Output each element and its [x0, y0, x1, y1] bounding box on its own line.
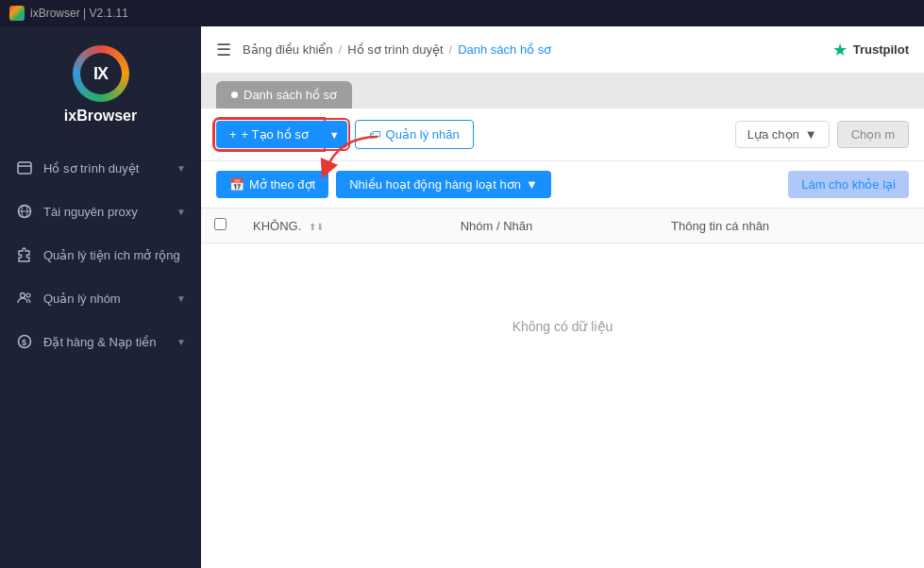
- data-table: KHÔNG. ⬆⬇ Nhóm / Nhãn Thông tin cá nhân: [201, 209, 924, 243]
- create-btn-group: + + Tạo hồ sơ ▼: [216, 121, 347, 148]
- action-bar-2: 📅 Mở theo đợt Nhiều hoạt động hàng loạt …: [201, 161, 924, 209]
- mo-theo-dot-button[interactable]: 📅 Mở theo đợt: [216, 171, 328, 198]
- sidebar-item-label-dat-hang: Đặt hàng & Nạp tiền: [43, 335, 156, 349]
- lam-cho-khoe-button[interactable]: Làm cho khỏe lại: [788, 171, 909, 198]
- sidebar-item-label-nhom: Quản lý nhóm: [43, 292, 121, 306]
- filter-select[interactable]: Lựa chọn ▼: [735, 121, 830, 148]
- content-area: Danh sách hồ sơ + + Tạo hồ sơ ▼: [201, 74, 924, 568]
- breadcrumb-sep-2: /: [449, 42, 453, 57]
- chevron-down-icon-2: ▼: [176, 207, 186, 217]
- manage-label-text: Quản lý nhãn: [386, 127, 460, 142]
- svg-text:$: $: [22, 338, 26, 347]
- tab-dot: [231, 92, 238, 98]
- no-data-message: Không có dữ liệu: [201, 243, 924, 409]
- sidebar-item-ho-so[interactable]: Hồ sơ trình duyệt ▼: [0, 146, 201, 190]
- sort-icon[interactable]: ⬆⬇: [309, 222, 324, 232]
- dropdown-chevron-icon: ▼: [526, 177, 538, 192]
- trustpilot-label: Trustpilot: [853, 42, 909, 57]
- table-header-thong-tin: Thông tin cá nhân: [658, 209, 924, 243]
- sidebar-item-label-tien-ich: Quản lý tiện ích mở rộng: [43, 248, 180, 262]
- create-btn-wrapper: + + Tạo hồ sơ ▼: [216, 121, 347, 148]
- sidebar: IX ixBrowser Hồ sơ trình duyệt ▼: [0, 26, 201, 568]
- chon-label: Chọn m: [851, 127, 895, 142]
- breadcrumb-item-1[interactable]: Bảng điều khiển: [243, 42, 333, 57]
- chevron-down-icon-4: ▼: [176, 337, 186, 347]
- sidebar-item-label-tai-nguyen: Tài nguyên proxy: [43, 205, 138, 219]
- sidebar-item-tai-nguyen[interactable]: Tài nguyên proxy ▼: [0, 190, 201, 233]
- logo-ix-text: IX: [93, 64, 108, 84]
- create-profile-button[interactable]: + + Tạo hồ sơ: [216, 121, 322, 148]
- users-icon: [15, 289, 34, 308]
- breadcrumb-item-3[interactable]: Danh sách hồ sơ: [458, 42, 551, 57]
- table-header-checkbox: [201, 209, 240, 243]
- sidebar-nav: Hồ sơ trình duyệt ▼ Tài nguyên proxy ▼: [0, 139, 201, 568]
- sidebar-item-quan-ly-nhom[interactable]: Quản lý nhóm ▼: [0, 276, 201, 320]
- globe-icon: [15, 202, 34, 221]
- tab-label: Danh sách hồ sơ: [244, 88, 337, 102]
- plus-icon: +: [229, 127, 237, 142]
- filter-chevron-icon: ▼: [805, 127, 817, 142]
- sidebar-item-dat-hang[interactable]: $ Đặt hàng & Nạp tiền ▼: [0, 320, 201, 363]
- select-all-checkbox[interactable]: [214, 218, 227, 230]
- mo-theo-dot-label: Mở theo đợt: [249, 177, 315, 192]
- table-header-nhom-nhan: Nhóm / Nhãn: [447, 209, 658, 243]
- chon-button[interactable]: Chọn m: [837, 121, 909, 148]
- nhieu-hoat-dong-button[interactable]: Nhiều hoạt động hàng loạt hơn ▼: [336, 171, 551, 198]
- breadcrumb-sep-1: /: [339, 42, 343, 57]
- puzzle-icon: [15, 245, 34, 264]
- filter-label-text: Lựa chọn: [748, 127, 799, 142]
- trustpilot-area[interactable]: ★ Trustpilot: [832, 40, 909, 60]
- main-content: ☰ Bảng điều khiển / Hồ sơ trình duyệt / …: [201, 26, 924, 568]
- hamburger-menu-icon[interactable]: ☰: [216, 40, 231, 60]
- chevron-down-icon-3: ▼: [176, 293, 186, 304]
- breadcrumb: Bảng điều khiển / Hồ sơ trình duyệt / Da…: [243, 42, 832, 57]
- nhieu-hoat-dong-label: Nhiều hoạt động hàng loạt hơn: [349, 177, 521, 192]
- coin-icon: $: [15, 332, 34, 351]
- title-bar: ixBrowser | V2.1.11: [0, 0, 924, 26]
- sidebar-item-quan-ly-tien-ich[interactable]: Quản lý tiện ích mở rộng: [0, 233, 201, 276]
- sidebar-logo-area: IX ixBrowser: [0, 26, 201, 139]
- svg-point-6: [26, 293, 30, 297]
- chevron-down-icon: ▼: [176, 163, 186, 174]
- svg-point-5: [21, 293, 25, 298]
- logo-inner: IX: [80, 53, 122, 94]
- title-bar-text: ixBrowser | V2.1.11: [30, 7, 128, 20]
- app-logo-small: [9, 6, 25, 21]
- logo-circle: IX: [73, 45, 129, 102]
- action-bar-1: + + Tạo hồ sơ ▼ 🏷: [201, 109, 924, 161]
- lam-cho-khoe-label: Làm cho khỏe lại: [801, 177, 896, 192]
- top-header: ☰ Bảng điều khiển / Hồ sơ trình duyệt / …: [201, 26, 924, 74]
- calendar-icon: 📅: [229, 177, 244, 192]
- table-area: KHÔNG. ⬆⬇ Nhóm / Nhãn Thông tin cá nhân: [201, 209, 924, 568]
- create-profile-dropdown-button[interactable]: ▼: [322, 121, 347, 148]
- sidebar-item-label-ho-so: Hồ sơ trình duyệt: [43, 161, 139, 175]
- manage-label-button[interactable]: 🏷 Quản lý nhãn: [355, 120, 474, 149]
- profile-icon: [15, 159, 34, 177]
- create-profile-label: + Tạo hồ sơ: [242, 127, 309, 142]
- breadcrumb-item-2[interactable]: Hồ sơ trình duyệt: [347, 42, 443, 57]
- tab-bar: Danh sách hồ sơ: [201, 74, 924, 109]
- table-header-khong: KHÔNG. ⬆⬇: [240, 209, 447, 243]
- brand-name: ixBrowser: [64, 108, 137, 125]
- label-icon: 🏷: [369, 127, 381, 142]
- trustpilot-star-icon: ★: [832, 40, 848, 60]
- tab-danh-sach-ho-so[interactable]: Danh sách hồ sơ: [216, 81, 352, 109]
- svg-rect-0: [18, 162, 31, 174]
